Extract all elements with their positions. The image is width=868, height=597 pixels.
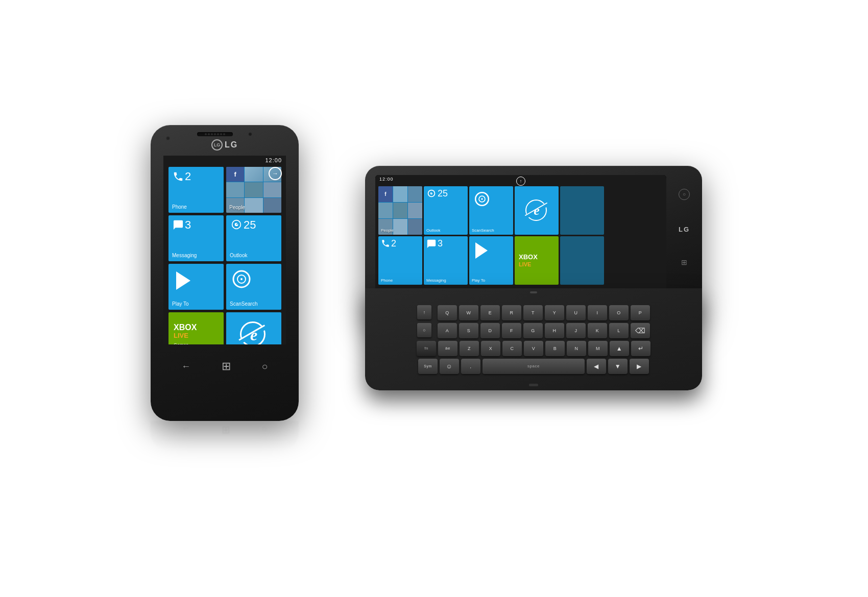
speaker-grille (197, 132, 233, 136)
scene: LG LG 12:00 → (146, 125, 722, 452)
key-l[interactable]: L (609, 323, 629, 338)
key-s[interactable]: S (459, 323, 478, 338)
xbox-text-l: XBOX (519, 254, 538, 261)
phone-icon (173, 171, 184, 182)
phone-reflection: ← ⊞ ○ (151, 421, 299, 452)
face-l-3 (378, 203, 393, 218)
tile-phone[interactable]: 2 Phone (168, 167, 224, 213)
tiles-grid-vertical: 2 Phone f (168, 167, 281, 344)
phone-screen-vertical: 12:00 → 2 Phone (163, 156, 286, 344)
key-b[interactable]: B (545, 341, 565, 356)
key-p[interactable]: P (631, 305, 650, 320)
svg-point-5 (240, 278, 243, 280)
key-emoji[interactable]: ☺ (440, 359, 459, 374)
people-grid-landscape: f (378, 186, 422, 235)
tile-scansearch[interactable]: ScanSearch (226, 264, 281, 310)
key-fn[interactable]: fn (417, 341, 436, 356)
usb-port-top (530, 291, 537, 293)
outlook-icon-l (426, 189, 437, 198)
key-a[interactable]: A (438, 323, 457, 338)
key-comma[interactable]: , (461, 359, 480, 374)
tile-playto[interactable]: Play To (168, 264, 224, 310)
phone-badge-l: 2 (391, 239, 396, 248)
outlook-label-l: Outlook (426, 228, 465, 233)
face-l-1 (393, 186, 407, 202)
face-cell-1 (245, 167, 262, 182)
ie-icon: e (250, 326, 257, 344)
key-t[interactable]: T (523, 305, 543, 320)
phone-icon-l (381, 239, 390, 248)
key-g[interactable]: G (523, 323, 543, 338)
phone-landscape: 12:00 ↑ f (365, 166, 722, 411)
brand-name: LG (225, 140, 238, 150)
tile-people-landscape[interactable]: f People (378, 186, 422, 235)
back-button[interactable]: ← (181, 361, 190, 372)
key-e[interactable]: E (480, 305, 500, 320)
ie-icon-l: e (534, 203, 540, 218)
key-down[interactable]: ▼ (608, 359, 628, 374)
key-z[interactable]: Z (460, 341, 479, 356)
keyboard-row-3: fn äe Z X C V B N M ▲ ↵ (383, 341, 684, 356)
tile-outlook-landscape[interactable]: 25 Outlook (424, 186, 468, 235)
windows-button[interactable]: ⊞ (222, 360, 231, 373)
key-j[interactable]: J (566, 323, 586, 338)
key-n[interactable]: N (567, 341, 586, 356)
key-m[interactable]: M (588, 341, 608, 356)
key-arrow-up-dir[interactable]: ▲ (610, 341, 629, 356)
tile-playto-landscape[interactable]: Play To (469, 236, 513, 285)
key-o[interactable]: O (609, 305, 629, 320)
arrow-circle-landscape[interactable]: ↑ (516, 177, 525, 186)
key-q[interactable]: Q (438, 305, 457, 320)
key-sym[interactable]: Sym (418, 359, 438, 374)
tile-outlook[interactable]: 25 Outlook (226, 215, 281, 261)
brand-name-landscape: LG (679, 226, 690, 233)
key-up-arrow[interactable]: ↑ (417, 305, 431, 319)
key-d[interactable]: D (480, 323, 500, 338)
windows-btn-l[interactable]: ⊞ (681, 258, 687, 266)
search-btn-l[interactable]: ○ (679, 189, 690, 200)
key-left[interactable]: ◀ (587, 359, 606, 374)
svg-point-11 (481, 198, 483, 200)
key-k[interactable]: K (588, 323, 607, 338)
tile-messaging[interactable]: 3 Messaging (168, 215, 224, 261)
tile-phone-landscape[interactable]: 2 Phone (378, 236, 422, 285)
key-ae[interactable]: äe (438, 341, 457, 356)
scan-icon (231, 269, 252, 289)
face-l-5 (408, 203, 422, 218)
face-cell-8 (263, 198, 281, 213)
key-h[interactable]: H (545, 323, 564, 338)
usb-port-bottom (529, 384, 538, 386)
tile-ie[interactable]: e Internet Explorer (226, 312, 281, 344)
key-enter[interactable]: ↵ (631, 341, 650, 356)
tile-messaging-landscape[interactable]: 3 Messaging (424, 236, 468, 285)
key-w[interactable]: W (459, 305, 478, 320)
key-c[interactable]: C (502, 341, 522, 356)
phone-label-l: Phone (381, 278, 420, 283)
key-circle[interactable]: ○ (417, 323, 431, 337)
tile-ie-landscape[interactable]: e (515, 186, 559, 235)
keyboard-row-1: ↑ Q W E R T Y U I O P (383, 305, 684, 320)
scan-icon-l (473, 190, 491, 208)
key-y[interactable]: Y (545, 305, 564, 320)
phone-nav-bar: ← ⊞ ○ (151, 349, 299, 384)
tile-games[interactable]: XBOX LIVE Games (168, 312, 224, 344)
key-x[interactable]: X (481, 341, 500, 356)
key-right[interactable]: ▶ (630, 359, 649, 374)
face-l-2 (408, 186, 422, 202)
xbox-live-text-l: LIVE (519, 261, 531, 267)
key-backspace[interactable]: ⌫ (631, 323, 650, 338)
key-u[interactable]: U (566, 305, 586, 320)
key-r[interactable]: R (502, 305, 521, 320)
face-cell-7 (245, 198, 262, 213)
scansearch-label-l: ScanSearch (472, 228, 511, 233)
messaging-icon (173, 219, 184, 230)
key-v[interactable]: V (524, 341, 543, 356)
key-i[interactable]: I (588, 305, 607, 320)
search-button[interactable]: ○ (262, 361, 268, 372)
tile-games-landscape[interactable]: XBOX LIVE (515, 236, 559, 285)
key-space[interactable]: space (483, 359, 585, 374)
tile-scansearch-landscape[interactable]: ScanSearch (469, 186, 513, 235)
key-f[interactable]: F (502, 323, 521, 338)
keyboard: ↑ Q W E R T Y U I O P ○ A (365, 288, 702, 390)
arrow-circle-button[interactable]: → (269, 167, 282, 180)
